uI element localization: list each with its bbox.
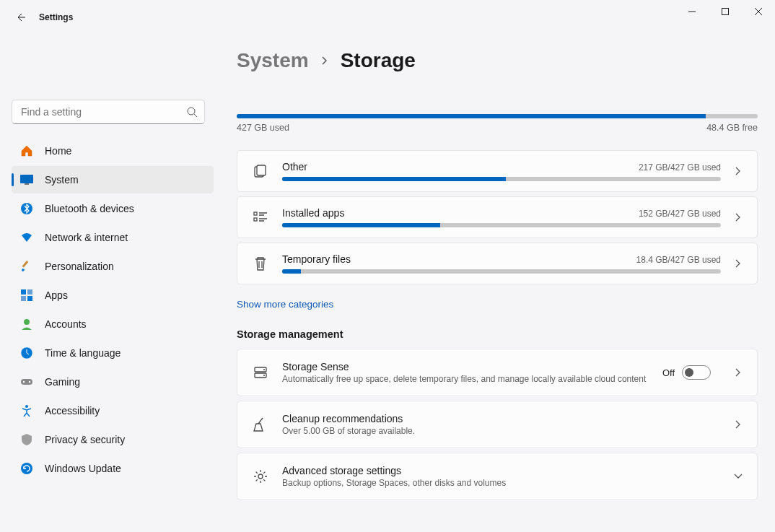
- storage-overall-fill: [237, 114, 706, 118]
- home-icon: [20, 144, 33, 157]
- breadcrumb-current: Storage: [341, 49, 416, 72]
- sidebar-item-privacy[interactable]: Privacy & security: [12, 426, 214, 453]
- chevron-right-icon: [734, 420, 743, 429]
- sidebar-item-label: Time & language: [45, 347, 121, 359]
- sidebar-item-label: Apps: [45, 289, 68, 301]
- sidebar-item-windows-update[interactable]: Windows Update: [12, 455, 214, 482]
- toggle-state-label: Off: [662, 367, 675, 378]
- gear-icon: [252, 468, 269, 485]
- clock-globe-icon: [20, 346, 33, 359]
- window-title: Settings: [39, 12, 73, 22]
- bluetooth-icon: [20, 202, 33, 215]
- chevron-right-icon: [734, 213, 743, 222]
- svg-rect-7: [27, 289, 32, 295]
- category-other[interactable]: Other 217 GB/427 GB used: [237, 151, 757, 191]
- category-installed-apps[interactable]: Installed apps 152 GB/427 GB used: [237, 197, 757, 237]
- sidebar-item-accounts[interactable]: Accounts: [12, 310, 214, 338]
- svg-rect-2: [20, 175, 33, 183]
- category-usage: 18.4 GB/427 GB used: [636, 255, 721, 265]
- system-icon: [20, 173, 33, 186]
- sidebar-item-label: Privacy & security: [45, 434, 125, 445]
- sidebar-item-apps[interactable]: Apps: [12, 282, 214, 309]
- svg-rect-20: [254, 212, 257, 215]
- minimize-button[interactable]: [675, 0, 709, 23]
- svg-point-15: [29, 381, 30, 383]
- wifi-icon: [20, 231, 33, 244]
- folder-icon: [252, 162, 269, 180]
- show-more-categories-link[interactable]: Show more categories: [237, 299, 333, 310]
- row-title: Storage Sense: [282, 361, 649, 372]
- sidebar-item-accessibility[interactable]: Accessibility: [12, 397, 214, 424]
- svg-point-10: [24, 319, 30, 325]
- category-bar: [282, 177, 721, 181]
- sidebar-item-time-language[interactable]: Time & language: [12, 339, 214, 367]
- svg-rect-3: [25, 183, 29, 185]
- maximize-icon: [722, 8, 729, 15]
- search-input[interactable]: [12, 100, 205, 124]
- apps-icon: [20, 289, 33, 302]
- sidebar-item-bluetooth[interactable]: Bluetooth & devices: [12, 195, 214, 222]
- svg-point-14: [23, 381, 25, 383]
- category-bar: [282, 269, 721, 274]
- close-button[interactable]: [742, 0, 775, 23]
- broom-icon: [252, 416, 269, 433]
- sidebar-item-gaming[interactable]: Gaming: [12, 368, 214, 396]
- sidebar-item-label: Network & internet: [45, 232, 128, 243]
- svg-point-17: [21, 463, 32, 474]
- shield-icon: [20, 433, 33, 446]
- row-subtitle: Over 5.00 GB of storage available.: [282, 426, 721, 436]
- svg-rect-5: [22, 261, 29, 268]
- advanced-storage-row[interactable]: Advanced storage settings Backup options…: [237, 453, 757, 500]
- row-subtitle: Automatically free up space, delete temp…: [282, 374, 649, 384]
- storage-free-label: 48.4 GB free: [706, 123, 758, 133]
- maximize-button[interactable]: [709, 0, 742, 23]
- breadcrumb: System Storage: [237, 49, 758, 72]
- person-icon: [20, 318, 33, 331]
- sidebar-item-label: System: [45, 174, 79, 186]
- apps-list-icon: [252, 209, 269, 226]
- update-icon: [20, 462, 33, 475]
- row-title: Cleanup recommendations: [282, 413, 721, 424]
- category-usage: 152 GB/427 GB used: [639, 209, 721, 219]
- storage-sense-toggle[interactable]: [682, 365, 711, 380]
- sidebar-item-system[interactable]: System: [12, 166, 214, 193]
- arrow-left-icon: [14, 12, 26, 23]
- category-title: Installed apps: [282, 207, 344, 219]
- gamepad-icon: [20, 375, 33, 388]
- category-temporary-files[interactable]: Temporary files 18.4 GB/427 GB used: [237, 243, 757, 284]
- breadcrumb-parent[interactable]: System: [237, 49, 309, 72]
- storage-sense-row[interactable]: Storage Sense Automatically free up spac…: [237, 349, 757, 396]
- trash-icon: [252, 255, 269, 272]
- sidebar-item-label: Gaming: [45, 376, 80, 388]
- back-button[interactable]: [6, 3, 35, 32]
- svg-rect-8: [21, 296, 26, 301]
- sidebar-item-label: Bluetooth & devices: [45, 203, 134, 214]
- svg-rect-19: [257, 165, 266, 175]
- storage-used-label: 427 GB used: [237, 123, 289, 133]
- svg-rect-21: [254, 218, 257, 221]
- svg-point-16: [25, 405, 28, 408]
- storage-overall-bar: [237, 114, 758, 118]
- svg-point-24: [263, 369, 265, 370]
- search-container: [12, 100, 205, 124]
- chevron-right-icon: [734, 368, 743, 377]
- sidebar-item-label: Accessibility: [45, 405, 100, 417]
- category-title: Other: [282, 161, 307, 173]
- sidebar-item-network[interactable]: Network & internet: [12, 224, 214, 251]
- chevron-down-icon: [734, 472, 743, 481]
- sidebar-item-label: Accounts: [45, 318, 87, 330]
- svg-rect-13: [21, 379, 32, 385]
- svg-point-26: [258, 474, 263, 479]
- cleanup-recommendations-row[interactable]: Cleanup recommendations Over 5.00 GB of …: [237, 401, 757, 448]
- sidebar-item-home[interactable]: Home: [12, 137, 214, 165]
- close-icon: [755, 8, 762, 15]
- sidebar-item-label: Personalization: [45, 261, 114, 272]
- sidebar-item-label: Home: [45, 145, 71, 157]
- minimize-icon: [688, 8, 696, 15]
- svg-rect-0: [722, 9, 729, 15]
- accessibility-icon: [20, 404, 33, 417]
- category-bar: [282, 223, 721, 227]
- row-title: Advanced storage settings: [282, 465, 721, 476]
- sidebar-item-personalization[interactable]: Personalization: [12, 253, 214, 280]
- chevron-right-icon: [734, 167, 743, 175]
